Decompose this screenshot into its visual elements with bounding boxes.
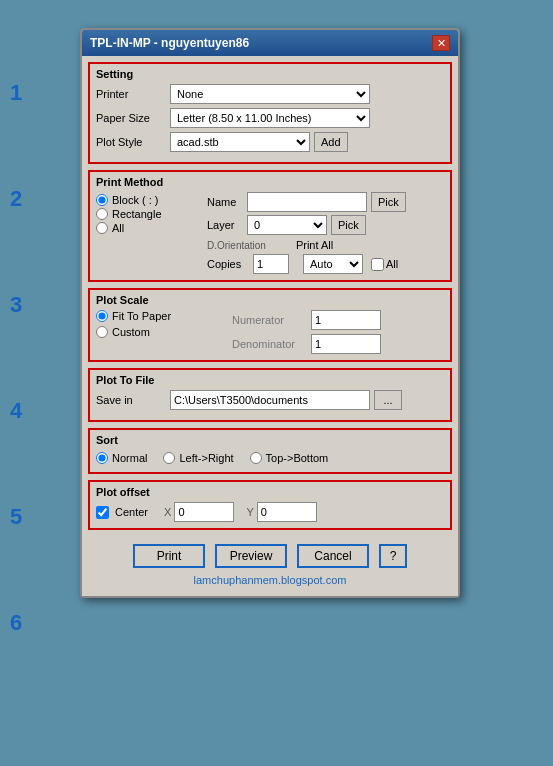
d-orientation-label: D.Orientation bbox=[207, 240, 266, 251]
block-radio[interactable] bbox=[96, 194, 108, 206]
cancel-button[interactable]: Cancel bbox=[297, 544, 369, 568]
bottom-buttons: Print Preview Cancel ? bbox=[88, 536, 452, 574]
left-right-radio[interactable] bbox=[163, 452, 175, 464]
preview-button[interactable]: Preview bbox=[215, 544, 287, 568]
plot-style-row: Plot Style acad.stb Add bbox=[96, 132, 444, 152]
paper-size-select[interactable]: Letter (8.50 x 11.00 Inches) bbox=[170, 108, 370, 128]
print-button[interactable]: Print bbox=[133, 544, 205, 568]
all-checkbox[interactable] bbox=[371, 258, 384, 271]
y-input[interactable] bbox=[257, 502, 317, 522]
sort-title: Sort bbox=[96, 434, 444, 446]
custom-row: Custom bbox=[96, 326, 226, 338]
all-radio[interactable] bbox=[96, 222, 108, 234]
numerator-row: Numerator bbox=[232, 310, 444, 330]
plot-style-label: Plot Style bbox=[96, 136, 166, 148]
side-num-6: 6 bbox=[10, 610, 22, 636]
browse-button[interactable]: ... bbox=[374, 390, 402, 410]
layer-row: Layer 0 Pick bbox=[207, 215, 444, 235]
print-all-label: Print All bbox=[296, 239, 333, 251]
all-radio-row: All bbox=[96, 222, 201, 234]
title-bar: TPL-IN-MP - nguyentuyen86 ✕ bbox=[82, 30, 458, 56]
print-method-radios: Block ( : ) Rectangle All bbox=[96, 192, 201, 274]
printer-select[interactable]: None bbox=[170, 84, 370, 104]
paper-size-label: Paper Size bbox=[96, 112, 166, 124]
center-label: Center bbox=[115, 506, 148, 518]
print-method-section: Print Method Block ( : ) Rectangle All bbox=[88, 170, 452, 282]
y-coord: Y bbox=[246, 502, 316, 522]
left-right-row: Left->Right bbox=[163, 452, 233, 464]
plot-style-select[interactable]: acad.stb bbox=[170, 132, 310, 152]
fit-to-paper-label: Fit To Paper bbox=[112, 310, 171, 322]
setting-section: Setting Printer None Paper Size Letter (… bbox=[88, 62, 452, 164]
top-bottom-label: Top->Bottom bbox=[266, 452, 329, 464]
auto-select[interactable]: Auto bbox=[303, 254, 363, 274]
name-row: Name Pick bbox=[207, 192, 444, 212]
plot-to-file-title: Plot To File bbox=[96, 374, 444, 386]
name-label: Name bbox=[207, 196, 243, 208]
numerator-input[interactable] bbox=[311, 310, 381, 330]
layer-label: Layer bbox=[207, 219, 243, 231]
layer-select[interactable]: 0 bbox=[247, 215, 327, 235]
copies-input[interactable] bbox=[253, 254, 289, 274]
dialog-title: TPL-IN-MP - nguyentuyen86 bbox=[90, 36, 249, 50]
side-numbers: 1 2 3 4 5 6 bbox=[10, 80, 22, 636]
normal-row: Normal bbox=[96, 452, 147, 464]
side-num-2: 2 bbox=[10, 186, 22, 212]
all-label: All bbox=[112, 222, 124, 234]
name-pick-button[interactable]: Pick bbox=[371, 192, 406, 212]
x-coord: X bbox=[164, 502, 234, 522]
print-method-right: Name Pick Layer 0 Pick D.Orientation Pri… bbox=[207, 192, 444, 274]
top-bottom-radio[interactable] bbox=[250, 452, 262, 464]
left-right-label: Left->Right bbox=[179, 452, 233, 464]
all-check-row: All bbox=[371, 258, 398, 271]
layer-pick-button[interactable]: Pick bbox=[331, 215, 366, 235]
offset-controls: Center X Y bbox=[96, 502, 444, 522]
side-num-1: 1 bbox=[10, 80, 22, 106]
close-button[interactable]: ✕ bbox=[432, 35, 450, 51]
footer-link: lamchuphanmem.blogspot.com bbox=[88, 574, 452, 590]
rectangle-radio[interactable] bbox=[96, 208, 108, 220]
copies-label: Copies bbox=[207, 258, 249, 270]
custom-label: Custom bbox=[112, 326, 150, 338]
x-label: X bbox=[164, 506, 171, 518]
save-in-label: Save in bbox=[96, 394, 166, 406]
custom-radio[interactable] bbox=[96, 326, 108, 338]
plot-scale-section: Plot Scale Fit To Paper Custom bbox=[88, 288, 452, 362]
sort-section: Sort Normal Left->Right Top->Bottom bbox=[88, 428, 452, 474]
x-input[interactable] bbox=[174, 502, 234, 522]
help-button[interactable]: ? bbox=[379, 544, 407, 568]
dialog-window: TPL-IN-MP - nguyentuyen86 ✕ Setting Prin… bbox=[80, 28, 460, 598]
normal-radio[interactable] bbox=[96, 452, 108, 464]
save-path-input[interactable] bbox=[170, 390, 370, 410]
normal-label: Normal bbox=[112, 452, 147, 464]
dialog-body: Setting Printer None Paper Size Letter (… bbox=[82, 56, 458, 596]
sort-radios: Normal Left->Right Top->Bottom bbox=[96, 450, 444, 466]
fit-to-paper-radio[interactable] bbox=[96, 310, 108, 322]
plot-offset-section: Plot offset Center X Y bbox=[88, 480, 452, 530]
rectangle-label: Rectangle bbox=[112, 208, 162, 220]
paper-size-row: Paper Size Letter (8.50 x 11.00 Inches) bbox=[96, 108, 444, 128]
save-in-row: Save in ... bbox=[96, 390, 444, 410]
footer-text: lamchuphanmem.blogspot.com bbox=[194, 574, 347, 586]
all-check-label: All bbox=[386, 258, 398, 270]
numerator-label: Numerator bbox=[232, 314, 307, 326]
denominator-input[interactable] bbox=[311, 334, 381, 354]
top-bottom-row: Top->Bottom bbox=[250, 452, 329, 464]
center-checkbox[interactable] bbox=[96, 506, 109, 519]
scale-radios: Fit To Paper Custom bbox=[96, 310, 226, 338]
fit-to-paper-row: Fit To Paper bbox=[96, 310, 226, 322]
add-button[interactable]: Add bbox=[314, 132, 348, 152]
block-label: Block ( : ) bbox=[112, 194, 158, 206]
name-input[interactable] bbox=[247, 192, 367, 212]
scale-fields: Numerator Denominator bbox=[232, 310, 444, 354]
plot-to-file-section: Plot To File Save in ... bbox=[88, 368, 452, 422]
printer-label: Printer bbox=[96, 88, 166, 100]
side-num-5: 5 bbox=[10, 504, 22, 530]
print-method-title: Print Method bbox=[96, 176, 444, 188]
plot-scale-title: Plot Scale bbox=[96, 294, 444, 306]
rectangle-radio-row: Rectangle bbox=[96, 208, 201, 220]
plot-offset-title: Plot offset bbox=[96, 486, 444, 498]
block-radio-row: Block ( : ) bbox=[96, 194, 201, 206]
side-num-3: 3 bbox=[10, 292, 22, 318]
side-num-4: 4 bbox=[10, 398, 22, 424]
